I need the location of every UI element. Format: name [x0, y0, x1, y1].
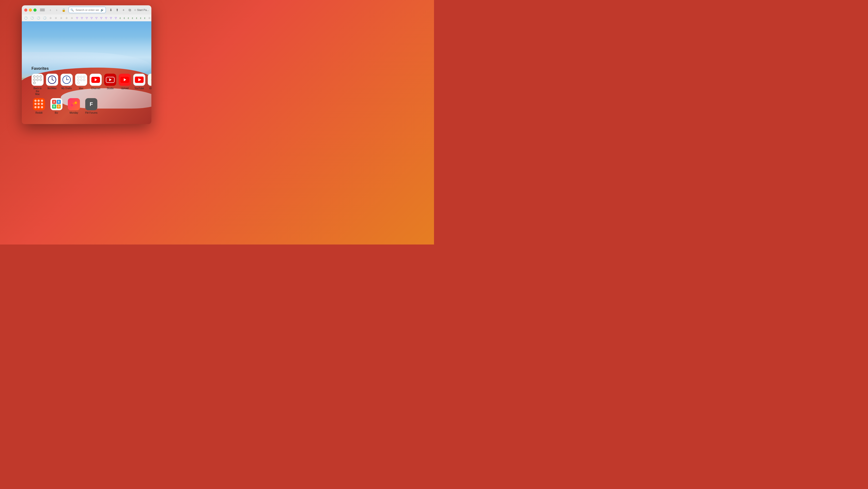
favorite-youtube[interactable]: YouTube: [133, 74, 145, 96]
bookmark-pinned-8[interactable]: ▽: [109, 16, 113, 20]
svg-point-12: [74, 102, 77, 104]
upload-triangle: [124, 78, 126, 81]
bookmarks-bar: 🕐 🕑 🕒 🕓 ☆ ☆ ☆ ☆ ☆ ▽ ▽ ▽ ▽ ▽ ▽ ▽ ▽ ▽ ε ε …: [22, 15, 151, 21]
favorites-section: Favorites: [31, 66, 149, 117]
title-bar: ‹ › 🔒 🔍 🔊 ⬇ ⬆ + ⧉ ☆ Start Pa...: [22, 5, 151, 15]
favorite-my-drafts[interactable]: My Drafts: [61, 74, 73, 96]
download-button[interactable]: ⬇: [109, 8, 113, 12]
favorite-label-back-to-mac: Back to theMac: [31, 87, 43, 96]
star-icon: ☆: [134, 8, 136, 11]
electrek-icon: e e: [148, 74, 151, 86]
favorite-label-monday: Monday: [69, 112, 78, 114]
favorite-label-youtube: YouTube: [134, 87, 144, 90]
favorite-upload[interactable]: Upload: [119, 74, 131, 96]
bookmark-history-4[interactable]: 🕓: [42, 16, 48, 20]
bookmark-pinned-4[interactable]: ▽: [90, 16, 94, 20]
bookmark-star-4[interactable]: ☆: [64, 16, 69, 20]
favorites-row-1: Back to theMac 9to5Mac: [31, 74, 149, 96]
favorite-biz[interactable]: A B B G Biz: [49, 98, 64, 114]
back-button[interactable]: ‹: [48, 8, 53, 12]
upload-icon: [119, 74, 131, 86]
drafts-icon: [61, 74, 73, 86]
bookmark-star-2[interactable]: ☆: [54, 16, 59, 20]
mac-icon: [75, 74, 87, 86]
favorites-title: Favorites: [31, 66, 149, 71]
favorite-electrek[interactable]: e e Electrek: [148, 74, 151, 96]
bookmark-pinned-1[interactable]: ▽: [75, 16, 80, 20]
bookmark-pinned-3[interactable]: ▽: [85, 16, 89, 20]
bookmark-e-4[interactable]: ε: [131, 16, 135, 20]
bookmark-history-2[interactable]: 🕑: [30, 16, 35, 20]
bookmark-pinned-9[interactable]: ▽: [114, 16, 118, 20]
bookmark-e-1[interactable]: ε: [119, 16, 122, 20]
favorite-fm-forums[interactable]: F FM Forums: [84, 98, 99, 114]
svg-point-7: [66, 80, 67, 80]
monday-svg: [70, 100, 78, 108]
youtube-icon: [133, 74, 145, 86]
start-page-button[interactable]: ☆ Start Pa...: [134, 8, 149, 11]
forward-button[interactable]: ›: [55, 8, 59, 12]
browser-window: ‹ › 🔒 🔍 🔊 ⬇ ⬆ + ⧉ ☆ Start Pa... 🕐 🕑 🕒 🕓 …: [22, 5, 151, 124]
9to5mac-icon: [46, 74, 58, 86]
bookmark-e-3[interactable]: ε: [127, 16, 130, 20]
favorite-monday[interactable]: Monday: [66, 98, 82, 114]
fm-forums-icon: F: [85, 98, 97, 110]
bookmark-history-3[interactable]: 🕒: [36, 16, 42, 20]
traffic-lights: [24, 8, 37, 11]
drafts-clock-svg: [62, 75, 71, 84]
mac-icon-grid: [75, 74, 87, 86]
bookmark-trailing-1[interactable]: ☆: [147, 16, 151, 20]
biz-icon: A B B G: [51, 98, 62, 110]
favorite-channel[interactable]: Channel: [90, 74, 102, 96]
youtube-svg: [135, 77, 144, 83]
sidebar-toggle-line: [40, 11, 45, 11]
bookmark-pinned-7[interactable]: ▽: [104, 16, 108, 20]
tab-overview-button[interactable]: ⧉: [128, 8, 132, 12]
start-page-label: Start Pa...: [137, 8, 149, 11]
bookmark-pinned-5[interactable]: ▽: [94, 16, 99, 20]
favorite-label-9to5mac: 9to5Mac: [48, 87, 57, 90]
favorites-row-2: Reddit A B B G Biz: [31, 98, 149, 114]
sidebar-toggle-line: [40, 9, 45, 9]
bookmark-star-3[interactable]: ☆: [59, 16, 64, 20]
favorite-studio[interactable]: Studio: [104, 74, 116, 96]
bookmark-pinned-6[interactable]: ▽: [99, 16, 104, 20]
bookmark-e-2[interactable]: ε: [123, 16, 126, 20]
youtube-play-button: [91, 77, 100, 83]
favorite-9to5mac[interactable]: 9to5Mac: [46, 74, 58, 96]
favorite-label-biz: Biz: [55, 112, 58, 114]
bookmark-star-1[interactable]: ☆: [49, 16, 53, 20]
maximize-button[interactable]: [33, 8, 37, 11]
close-button[interactable]: [24, 8, 27, 11]
address-input[interactable]: [68, 7, 106, 13]
favorite-back-to-the-mac[interactable]: Back to theMac: [31, 74, 43, 96]
upload-play-button: [120, 77, 129, 83]
favorite-mac[interactable]: Mac: [75, 74, 87, 96]
security-icon: 🔒: [62, 8, 66, 12]
nav-buttons: ‹ ›: [48, 8, 59, 12]
favorite-label-studio: Studio: [107, 87, 114, 90]
toolbar-right: ⬇ ⬆ + ⧉ ☆ Start Pa...: [109, 8, 149, 12]
clock-svg: [48, 75, 57, 84]
electrek-e-letter: e e: [151, 78, 151, 82]
svg-point-3: [52, 80, 53, 80]
bookmark-history-1[interactable]: 🕐: [23, 16, 29, 20]
bookmark-e-5[interactable]: ε: [135, 16, 139, 20]
favorite-reddit[interactable]: Reddit: [31, 98, 46, 114]
share-button[interactable]: ⬆: [115, 8, 119, 12]
mac-circles-grid: [31, 74, 43, 86]
minimize-button[interactable]: [29, 8, 32, 11]
sidebar-toggle-button[interactable]: [40, 8, 45, 12]
reddit-icon: [33, 98, 45, 110]
bookmark-e-6[interactable]: ε: [139, 16, 143, 20]
biz-grid: A B B G: [51, 98, 62, 110]
favorite-label-upload: Upload: [121, 87, 129, 90]
monday-icon: [68, 98, 80, 110]
channel-icon: [90, 74, 102, 86]
favorite-label-electrek: Electrek: [149, 87, 151, 90]
bookmark-e-7[interactable]: ε: [143, 16, 147, 20]
bookmark-pinned-2[interactable]: ▽: [80, 16, 84, 20]
youtube-triangle: [95, 78, 97, 81]
new-tab-button[interactable]: +: [121, 8, 126, 12]
bookmark-star-5[interactable]: ☆: [70, 16, 74, 20]
